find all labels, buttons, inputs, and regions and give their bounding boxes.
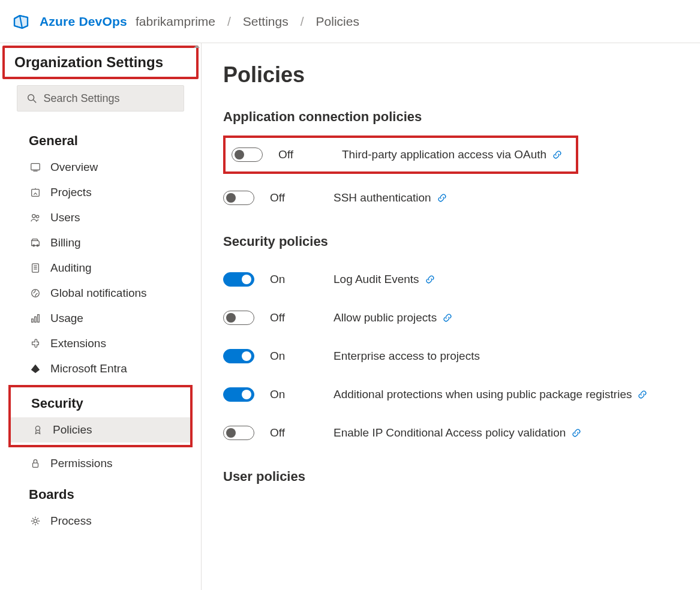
- sidebar-item-label: Users: [50, 211, 80, 224]
- search-icon: [26, 92, 37, 105]
- policy-pubproj-row: Off Allow public projects: [223, 299, 678, 337]
- sidebar-item-label: Global notifications: [50, 287, 147, 300]
- toggle-pkgprot[interactable]: [223, 387, 254, 402]
- link-icon[interactable]: [572, 428, 581, 438]
- svg-point-0: [28, 95, 34, 101]
- org-settings-highlight: Organization Settings: [2, 46, 199, 79]
- sidebar-item-label: Usage: [50, 312, 83, 325]
- link-icon[interactable]: [443, 313, 452, 323]
- sidebar-item-usage[interactable]: Usage: [0, 306, 201, 331]
- policy-label-audit: Log Audit Events: [334, 273, 419, 286]
- group-security-title: Security: [11, 390, 190, 417]
- sidebar-item-auditing[interactable]: Auditing: [0, 255, 201, 281]
- section-sec-title: Security policies: [223, 234, 678, 249]
- billing-icon: [29, 236, 42, 249]
- sidebar-item-label: Permissions: [50, 457, 112, 470]
- policies-icon: [31, 423, 44, 437]
- sidebar-item-billing[interactable]: Billing: [0, 230, 201, 255]
- process-icon: [29, 514, 42, 528]
- breadcrumb-sep-1: /: [224, 14, 235, 29]
- auditing-icon: [29, 261, 42, 275]
- sidebar-item-permissions[interactable]: Permissions: [0, 451, 201, 476]
- svg-point-19: [34, 519, 37, 522]
- svg-rect-9: [32, 264, 39, 272]
- sidebar-title: Organization Settings: [14, 54, 163, 71]
- sidebar-item-label: Billing: [50, 236, 81, 249]
- page-title: Policies: [223, 62, 678, 88]
- search-settings[interactable]: [17, 85, 184, 112]
- sidebar-item-entra[interactable]: Microsoft Entra: [0, 356, 201, 381]
- policy-label-pubproj: Allow public projects: [334, 311, 437, 324]
- svg-rect-16: [38, 315, 40, 323]
- svg-rect-15: [35, 317, 37, 322]
- sidebar-item-extensions[interactable]: Extensions: [0, 331, 201, 356]
- toggle-ssh[interactable]: [223, 191, 254, 205]
- svg-point-6: [36, 215, 38, 218]
- sidebar-item-policies[interactable]: Policies: [11, 417, 190, 442]
- policy-audit-row: On Log Audit Events: [223, 260, 678, 299]
- sidebar-item-label: Overview: [50, 161, 98, 174]
- sidebar-item-label: Auditing: [50, 261, 92, 275]
- sidebar-item-overview[interactable]: Overview: [0, 155, 201, 180]
- toggle-state-ssh: Off: [270, 191, 323, 204]
- svg-rect-18: [33, 463, 38, 467]
- entra-icon: [29, 362, 42, 375]
- link-icon[interactable]: [638, 390, 647, 399]
- toggle-state-pkgprot: On: [270, 388, 323, 401]
- notifications-icon: [29, 287, 42, 300]
- group-boards-title: Boards: [0, 476, 201, 508]
- permissions-icon: [29, 457, 42, 470]
- toggle-pubproj[interactable]: [223, 311, 254, 325]
- policy-label-ipcap: Enable IP Conditional Access policy vali…: [334, 426, 566, 440]
- breadcrumb-settings[interactable]: Settings: [243, 14, 289, 29]
- overview-icon: [29, 161, 42, 174]
- svg-rect-2: [31, 164, 40, 170]
- link-icon[interactable]: [552, 150, 562, 159]
- svg-point-17: [35, 426, 40, 431]
- toggle-oauth[interactable]: [232, 148, 263, 162]
- azure-devops-logo-icon: [11, 11, 31, 32]
- sidebar-item-users[interactable]: Users: [0, 205, 201, 230]
- sidebar-item-global-notifications[interactable]: Global notifications: [0, 281, 201, 306]
- extensions-icon: [29, 337, 42, 350]
- search-input[interactable]: [43, 92, 175, 105]
- policy-label-entacc: Enterprise access to projects: [334, 350, 480, 363]
- section-app-conn-title: Application connection policies: [223, 109, 678, 125]
- brand-link[interactable]: Azure DevOps: [40, 14, 127, 29]
- users-icon: [29, 211, 42, 224]
- sidebar-item-label: Process: [50, 514, 92, 528]
- section-user-title: User policies: [223, 469, 678, 484]
- breadcrumb-policies[interactable]: Policies: [316, 14, 359, 29]
- sidebar-item-label: Microsoft Entra: [50, 362, 127, 375]
- policy-oauth-highlight: Off Third-party application access via O…: [223, 136, 578, 174]
- toggle-state-pubproj: Off: [270, 311, 323, 324]
- sidebar-item-process[interactable]: Process: [0, 508, 201, 534]
- breadcrumb-sep-2: /: [297, 14, 308, 29]
- policy-ipcap-row: Off Enable IP Conditional Access policy …: [223, 414, 678, 452]
- policy-ssh-row: Off SSH authentication: [223, 179, 678, 217]
- toggle-state-entacc: On: [270, 350, 323, 363]
- svg-point-5: [32, 215, 35, 218]
- projects-icon: [29, 186, 42, 199]
- policy-label-pkgprot: Additional protections when using public…: [334, 388, 632, 401]
- toggle-entacc[interactable]: [223, 349, 254, 363]
- policy-pkgprot-row: On Additional protections when using pub…: [223, 375, 678, 414]
- sidebar[interactable]: Organization Settings General Overview: [0, 43, 202, 590]
- sidebar-item-projects[interactable]: Projects: [0, 180, 201, 205]
- scroll-up-icon: [193, 43, 201, 59]
- link-icon[interactable]: [425, 275, 435, 284]
- policy-entacc-row: On Enterprise access to projects: [223, 337, 678, 375]
- security-group-highlight: Security Policies: [8, 385, 193, 447]
- link-icon[interactable]: [437, 193, 447, 203]
- toggle-state-ipcap: Off: [270, 426, 323, 440]
- breadcrumb-org[interactable]: fabrikamprime: [136, 14, 215, 29]
- content-area: Policies Application connection policies…: [202, 43, 700, 590]
- svg-line-1: [33, 100, 36, 103]
- policy-label-oauth: Third-party application access via OAuth: [342, 148, 546, 161]
- toggle-audit[interactable]: [223, 272, 254, 287]
- policy-label-ssh: SSH authentication: [334, 191, 431, 204]
- toggle-ipcap[interactable]: [223, 426, 254, 440]
- usage-icon: [29, 312, 42, 325]
- svg-rect-14: [32, 319, 34, 322]
- top-bar: Azure DevOps fabrikamprime / Settings / …: [0, 0, 700, 43]
